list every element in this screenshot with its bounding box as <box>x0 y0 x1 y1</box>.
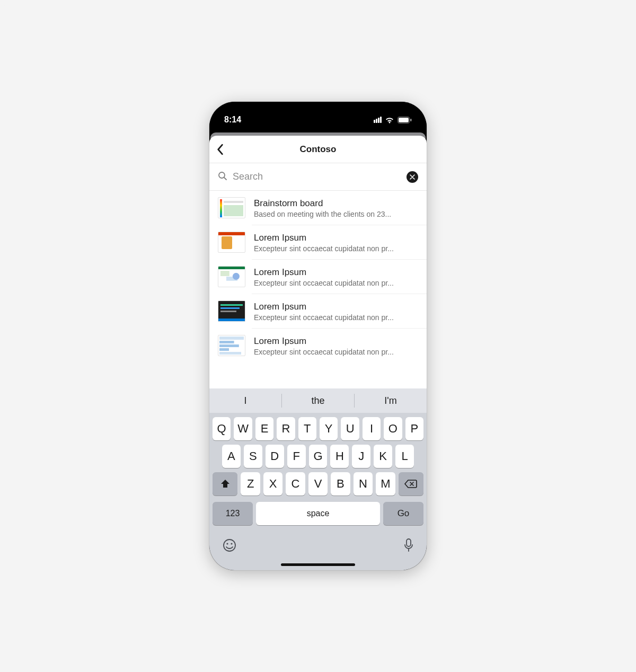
svg-point-7 <box>231 543 232 544</box>
space-key[interactable]: space <box>256 502 380 525</box>
backspace-key[interactable] <box>399 472 423 496</box>
keyboard-suggestions: I the I'm <box>209 388 427 413</box>
list-item[interactable]: Brainstorm board Based on meeting with t… <box>209 191 427 225</box>
key-x[interactable]: X <box>263 472 282 496</box>
key-q[interactable]: Q <box>213 417 231 440</box>
list-item[interactable]: Lorem Ipsum Excepteur sint occaecat cupi… <box>209 294 427 328</box>
key-e[interactable]: E <box>255 417 273 440</box>
result-title: Brainstorm board <box>254 198 418 209</box>
emoji-button[interactable] <box>222 538 237 555</box>
status-icons <box>373 117 412 123</box>
result-subtitle: Excepteur sint occaecat cupidatat non pr… <box>254 348 418 356</box>
svg-rect-8 <box>407 539 411 546</box>
key-f[interactable]: F <box>287 445 306 468</box>
key-v[interactable]: V <box>308 472 328 496</box>
key-b[interactable]: B <box>331 472 350 496</box>
key-c[interactable]: C <box>286 472 305 496</box>
key-j[interactable]: J <box>352 445 370 468</box>
key-y[interactable]: Y <box>320 417 338 440</box>
svg-point-5 <box>224 540 235 551</box>
search-input[interactable] <box>233 171 401 182</box>
key-u[interactable]: U <box>341 417 359 440</box>
search-icon <box>218 171 227 183</box>
svg-rect-1 <box>399 118 409 122</box>
wifi-icon <box>385 117 394 123</box>
result-thumbnail <box>218 232 245 253</box>
back-button[interactable] <box>216 136 237 163</box>
shift-key[interactable] <box>213 472 237 496</box>
key-l[interactable]: L <box>395 445 414 468</box>
page-title: Contoso <box>300 144 337 155</box>
result-title: Lorem Ipsum <box>254 233 418 243</box>
key-k[interactable]: K <box>374 445 392 468</box>
key-m[interactable]: M <box>376 472 395 496</box>
list-item[interactable]: Lorem Ipsum Excepteur sint occaecat cupi… <box>209 225 427 259</box>
svg-point-6 <box>226 543 228 544</box>
numbers-key[interactable]: 123 <box>213 502 253 525</box>
result-thumbnail <box>218 300 245 322</box>
key-g[interactable]: G <box>309 445 328 468</box>
svg-line-4 <box>224 178 226 180</box>
svg-point-3 <box>219 172 225 178</box>
result-title: Lorem Ipsum <box>254 302 418 312</box>
nav-header: Contoso <box>209 136 427 163</box>
result-subtitle: Excepteur sint occaecat cupidatat non pr… <box>254 244 418 253</box>
key-h[interactable]: H <box>330 445 349 468</box>
go-key[interactable]: Go <box>383 502 423 525</box>
key-s[interactable]: S <box>244 445 262 468</box>
list-item[interactable]: Lorem Ipsum Excepteur sint occaecat cupi… <box>209 329 427 362</box>
key-z[interactable]: Z <box>241 472 260 496</box>
result-subtitle: Based on meeting with the clients on 23.… <box>254 210 418 218</box>
svg-rect-2 <box>410 119 412 121</box>
result-thumbnail <box>218 197 245 218</box>
results-list: Brainstorm board Based on meeting with t… <box>209 191 427 388</box>
phone-frame: 8:14 Contoso <box>209 102 427 570</box>
key-d[interactable]: D <box>266 445 284 468</box>
keyboard: I the I'm Q W E R T Y U I O P A S <box>209 388 427 570</box>
key-a[interactable]: A <box>222 445 241 468</box>
key-r[interactable]: R <box>277 417 295 440</box>
key-p[interactable]: P <box>405 417 423 440</box>
result-thumbnail <box>218 266 245 287</box>
result-title: Lorem Ipsum <box>254 267 418 278</box>
key-i[interactable]: I <box>363 417 381 440</box>
suggestion[interactable]: I'm <box>355 395 427 406</box>
key-n[interactable]: N <box>354 472 373 496</box>
result-thumbnail <box>218 335 245 356</box>
list-item[interactable]: Lorem Ipsum Excepteur sint occaecat cupi… <box>209 260 427 294</box>
result-title: Lorem Ipsum <box>254 336 418 347</box>
result-subtitle: Excepteur sint occaecat cupidatat non pr… <box>254 279 418 287</box>
search-bar <box>209 163 427 191</box>
clear-search-button[interactable] <box>407 171 418 183</box>
suggestion[interactable]: the <box>282 395 354 406</box>
home-indicator[interactable] <box>281 563 355 566</box>
status-time: 8:14 <box>224 115 241 125</box>
battery-icon <box>398 117 412 123</box>
status-bar: 8:14 <box>209 102 427 132</box>
key-o[interactable]: O <box>384 417 402 440</box>
cellular-icon <box>373 117 382 123</box>
keyboard-toolbar <box>209 529 427 563</box>
key-t[interactable]: T <box>298 417 316 440</box>
key-w[interactable]: W <box>234 417 252 440</box>
suggestion[interactable]: I <box>209 395 281 406</box>
result-subtitle: Excepteur sint occaecat cupidatat non pr… <box>254 313 418 322</box>
dictation-button[interactable] <box>403 538 414 555</box>
